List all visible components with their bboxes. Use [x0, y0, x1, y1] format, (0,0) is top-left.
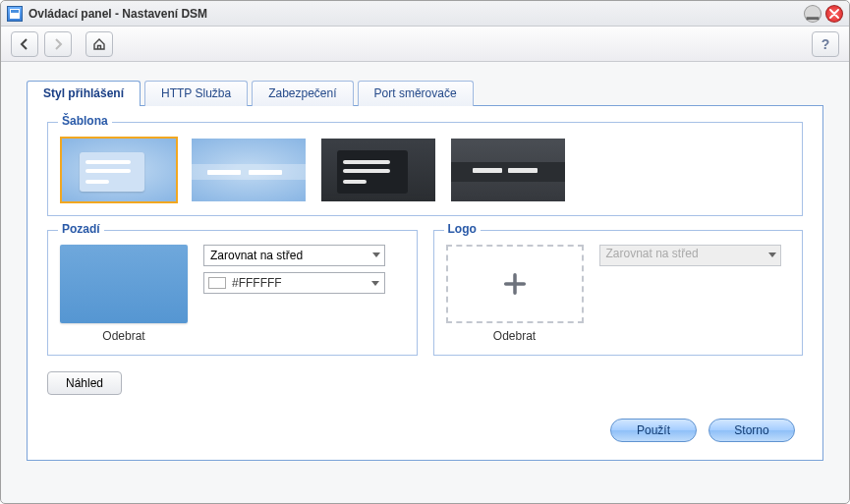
logo-align-select: Zarovnat na střed: [599, 245, 781, 266]
preview-button[interactable]: Náhled: [47, 371, 122, 395]
plus-icon: [501, 270, 529, 298]
template-option-2[interactable]: [190, 137, 308, 203]
arrow-right-icon: [51, 37, 65, 51]
template-option-1[interactable]: [60, 137, 178, 203]
titlebar: Ovládací panel - Nastavení DSM: [1, 1, 849, 27]
help-button[interactable]: ?: [812, 31, 839, 57]
template-preview-icon: [62, 139, 176, 201]
tab-router-port[interactable]: Port směrovače: [358, 81, 474, 106]
forward-button[interactable]: [44, 31, 72, 57]
background-remove-button[interactable]: Odebrat: [60, 329, 188, 343]
close-icon: [829, 9, 839, 19]
button-label: Náhled: [66, 376, 103, 390]
color-swatch-icon: [208, 277, 226, 289]
cancel-button[interactable]: Storno: [708, 419, 795, 442]
tab-security[interactable]: Zabezpečení: [252, 81, 353, 106]
template-legend: Šablona: [58, 114, 112, 128]
window-title: Ovládací panel - Nastavení DSM: [28, 7, 207, 21]
window: Ovládací panel - Nastavení DSM ? Styl př…: [0, 0, 850, 504]
minimize-button[interactable]: [804, 5, 822, 23]
tab-label: Zabezpečení: [268, 86, 336, 100]
background-legend: Pozadí: [58, 222, 104, 236]
button-label: Použít: [637, 423, 670, 437]
template-option-4[interactable]: [449, 137, 567, 203]
tab-http-service[interactable]: HTTP Služba: [144, 81, 248, 106]
background-align-select[interactable]: Zarovnat na střed: [203, 245, 385, 266]
home-button[interactable]: [85, 31, 113, 57]
template-preview-icon: [321, 139, 435, 201]
tab-label: Styl přihlášení: [43, 86, 124, 100]
background-preview-col: Odebrat: [60, 245, 188, 343]
logo-fieldset: Logo Odebrat Zarovnat na střed: [433, 230, 804, 356]
logo-align-select-disabled: Zarovnat na střed: [599, 245, 781, 266]
tabpanel-login-style: Šablona: [27, 105, 823, 461]
button-label: Storno: [734, 423, 768, 437]
close-button[interactable]: [825, 5, 843, 23]
logo-dropzone-col: Odebrat: [446, 245, 584, 343]
tab-label: HTTP Služba: [161, 86, 231, 100]
minimize-icon: [805, 6, 821, 22]
select-value-text: Zarovnat na střed: [606, 247, 699, 260]
toolbar: ?: [1, 27, 849, 62]
bg-logo-row: Pozadí Odebrat Zarovnat na střed: [47, 230, 803, 369]
tab-login-style[interactable]: Styl přihlášení: [27, 81, 141, 106]
help-icon: ?: [822, 36, 830, 52]
back-button[interactable]: [11, 31, 38, 57]
background-preview[interactable]: [60, 245, 188, 323]
svg-rect-0: [807, 17, 820, 20]
template-row: [60, 137, 790, 203]
color-value-text: #FFFFFF: [232, 276, 282, 290]
background-color-select[interactable]: #FFFFFF: [203, 272, 385, 294]
arrow-left-icon: [18, 37, 31, 51]
home-icon: [92, 37, 106, 51]
apply-button[interactable]: Použít: [610, 419, 697, 442]
template-fieldset: Šablona: [47, 122, 803, 216]
footer-row: Použít Storno: [47, 417, 803, 442]
tabstrip: Styl přihlášení HTTP Služba Zabezpečení …: [27, 80, 823, 105]
logo-remove-button[interactable]: Odebrat: [446, 329, 584, 343]
template-preview-icon: [451, 139, 565, 201]
template-preview-icon: [192, 139, 306, 201]
tab-label: Port směrovače: [374, 86, 457, 100]
content-area: Styl přihlášení HTTP Služba Zabezpečení …: [1, 62, 849, 503]
logo-legend: Logo: [444, 222, 481, 236]
app-icon: [7, 6, 23, 22]
background-fieldset: Pozadí Odebrat Zarovnat na střed: [47, 230, 418, 356]
logo-dropzone[interactable]: [446, 245, 584, 323]
template-option-3[interactable]: [319, 137, 437, 203]
